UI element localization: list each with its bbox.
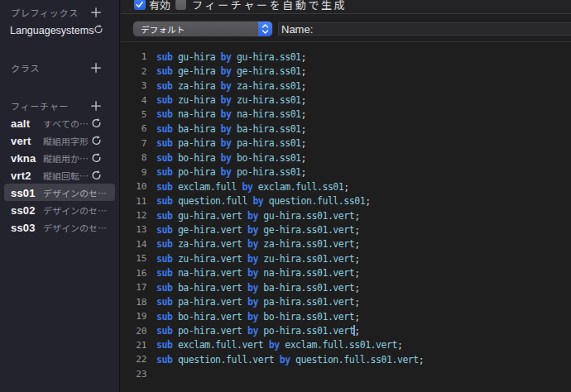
line-number: 6 <box>121 123 146 134</box>
code-line-12: 12sub gu-hira.vert by gu-hira.ss01.vert; <box>121 208 571 222</box>
refresh-icon <box>94 24 103 34</box>
glyphs-feature-window: プレフィックス Languagesystems クラス フィーチャー <box>0 0 571 392</box>
code-line-1: 1sub gu-hira by gu-hira.ss01; <box>121 50 571 64</box>
code-line-18: 18sub pa-hira.vert by pa-hira.ss01.vert; <box>121 294 571 308</box>
add-class-button[interactable] <box>91 63 101 73</box>
add-prefix-button[interactable] <box>91 7 101 17</box>
refresh-feature-button[interactable] <box>91 135 102 146</box>
sidebar-item-vrt2[interactable]: vrt2縦組回転… <box>4 166 115 184</box>
prefix-item-label: Languagesystems <box>10 22 94 37</box>
prefix-section-header: プレフィックス <box>11 6 119 19</box>
code-text: sub po-hira.vert by po-hira.ss01.vert; <box>156 325 360 337</box>
line-number: 5 <box>121 109 146 120</box>
line-number: 17 <box>121 282 146 293</box>
sidebar-item-ss02[interactable]: ss02デザインのセ… <box>4 201 115 218</box>
code-text: sub zu-hira by zu-hira.ss01; <box>156 94 306 106</box>
code-line-7: 7sub pa-hira by pa-hira.ss01; <box>121 136 571 151</box>
line-number: 4 <box>121 95 146 106</box>
code-text: sub gu-hira.vert by gu-hira.ss01.vert; <box>156 210 360 222</box>
dropdown-selected-label: デフォルト <box>133 23 258 36</box>
code-text: sub na-hira.vert by na-hira.ss01.vert; <box>156 267 360 279</box>
class-section-header: クラス <box>11 61 119 74</box>
feature-description: 縦組用か… <box>43 151 91 165</box>
refresh-feature-button[interactable] <box>91 117 102 128</box>
code-text: sub ba-hira.vert by ba-hira.ss01.vert; <box>156 282 360 294</box>
name-input[interactable]: Name: <box>278 22 571 36</box>
sidebar-item-languagesystems[interactable]: Languagesystems <box>10 21 119 37</box>
code-text: sub pa-hira.vert by pa-hira.ss01.vert; <box>156 296 360 308</box>
feature-tag: vert <box>4 132 43 148</box>
feature-tag: vkna <box>4 150 43 165</box>
refresh-icon <box>91 152 102 163</box>
code-line-17: 17sub ba-hira.vert by ba-hira.ss01.vert; <box>121 280 571 294</box>
code-line-3: 3sub za-hira by za-hira.ss01; <box>121 79 571 93</box>
sidebar-item-ss03[interactable]: ss03デザインのセ… <box>4 218 115 236</box>
line-number: 16 <box>121 268 146 279</box>
feature-section-title: フィーチャー <box>11 99 69 112</box>
line-number: 2 <box>121 66 146 77</box>
refresh-languagesystems-button[interactable] <box>94 24 103 34</box>
enabled-checkbox[interactable] <box>134 0 146 10</box>
line-number: 15 <box>121 253 146 264</box>
code-text: sub zu-hira.vert by zu-hira.ss01.vert; <box>156 253 360 265</box>
feature-description: デザインのセ… <box>43 186 115 199</box>
code-line-13: 13sub ge-hira.vert by ge-hira.ss01.vert; <box>121 222 571 237</box>
prefix-section-title: プレフィックス <box>11 6 79 19</box>
auto-generate-checkbox[interactable] <box>175 0 186 10</box>
code-line-15: 15sub zu-hira.vert by zu-hira.ss01.vert; <box>121 251 571 265</box>
line-number: 3 <box>121 80 146 91</box>
code-line-10: 10sub exclam.full by exclam.full.ss01; <box>121 179 571 194</box>
feature-tag: aalt <box>4 115 43 131</box>
feature-description: デザインのセ… <box>43 221 115 234</box>
code-text: sub gu-hira by gu-hira.ss01; <box>156 51 306 63</box>
plus-icon <box>91 63 101 73</box>
code-line-20: 20sub po-hira.vert by po-hira.ss01.vert; <box>121 323 571 337</box>
code-line-14: 14sub za-hira.vert by za-hira.ss01.vert; <box>121 237 571 251</box>
sidebar-item-aalt[interactable]: aaltすべての… <box>4 114 115 131</box>
auto-generate-checkbox-label: フィーチャーを自動で生成 <box>192 0 347 12</box>
plus-icon <box>91 101 101 111</box>
sidebar-item-vert[interactable]: vert縦組用字形 <box>4 131 115 149</box>
feature-tag: ss01 <box>4 184 43 200</box>
params-bar: デフォルト Name: <box>121 15 571 42</box>
code-text: sub question.full.vert by question.full.… <box>156 354 424 366</box>
refresh-feature-button[interactable] <box>91 152 102 163</box>
code-text: sub za-hira.vert by za-hira.ss01.vert; <box>156 238 360 250</box>
code-line-6: 6sub ba-hira by ba-hira.ss01; <box>121 122 571 136</box>
line-number: 7 <box>121 138 146 149</box>
add-feature-button[interactable] <box>91 101 101 111</box>
feature-tag: ss03 <box>4 219 43 235</box>
enabled-checkbox-label: 有効 <box>149 0 170 12</box>
code-line-22: 22sub question.full.vert by question.ful… <box>121 352 571 366</box>
code-line-2: 2sub ge-hira by ge-hira.ss01; <box>121 64 571 78</box>
refresh-feature-button[interactable] <box>91 170 102 180</box>
code-text: sub question.full by question.full.ss01; <box>156 195 371 207</box>
refresh-icon <box>91 117 102 128</box>
sidebar-item-ss01[interactable]: ss01デザインのセ… <box>4 184 115 201</box>
plus-icon <box>91 7 101 17</box>
code-text: sub po-hira by po-hira.ss01; <box>156 166 306 178</box>
main-panel: 有効 フィーチャーを自動で生成 デフォルト Name: 1sub gu- <box>121 0 571 392</box>
line-number: 12 <box>121 210 146 221</box>
refresh-icon <box>91 170 102 180</box>
line-number: 10 <box>121 181 146 192</box>
feature-code-editor[interactable]: 1sub gu-hira by gu-hira.ss01;2sub ge-hir… <box>121 42 571 392</box>
toolbar: 有効 フィーチャーを自動で生成 <box>121 0 571 14</box>
sidebar: プレフィックス Languagesystems クラス フィーチャー <box>0 0 120 392</box>
line-number: 21 <box>121 340 146 351</box>
refresh-icon <box>91 135 102 146</box>
code-line-16: 16sub na-hira.vert by na-hira.ss01.vert; <box>121 266 571 280</box>
default-dropdown[interactable]: デフォルト <box>133 22 272 36</box>
dropdown-chevrons <box>258 22 272 36</box>
code-text: sub bo-hira by bo-hira.ss01; <box>156 152 306 164</box>
feature-tag: ss02 <box>4 202 43 218</box>
code-line-9: 9sub po-hira by po-hira.ss01; <box>121 165 571 179</box>
code-text: sub za-hira by za-hira.ss01; <box>156 80 306 92</box>
checkmark-icon <box>134 0 145 10</box>
line-number: 14 <box>121 239 146 250</box>
sidebar-item-vkna[interactable]: vkna縦組用か… <box>4 149 115 166</box>
line-number: 23 <box>121 369 146 380</box>
code-line-8: 8sub bo-hira by bo-hira.ss01; <box>121 151 571 165</box>
feature-description: 縦組用字形 <box>43 134 91 147</box>
code-text: sub pa-hira by pa-hira.ss01; <box>156 137 306 149</box>
